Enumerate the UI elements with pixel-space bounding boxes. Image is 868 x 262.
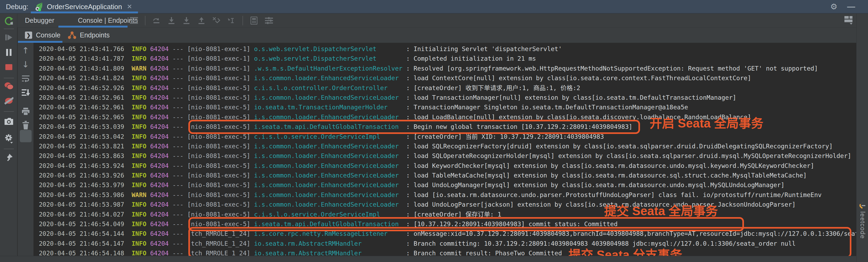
thread-dump-camera-icon[interactable] xyxy=(0,117,18,125)
console-gutter-toolbar: ↑ ↓ xyxy=(18,43,33,256)
pin-tab-icon[interactable] xyxy=(0,153,18,162)
log-line: 2020-04-05 21:46:52.961 INFO 64204 --- [… xyxy=(39,93,856,102)
active-subtab-underline xyxy=(18,41,62,43)
up-stack-trace-icon[interactable]: ↑ xyxy=(18,46,33,55)
debugger-left-toolbar xyxy=(0,14,18,262)
log-line: 2020-04-05 21:46:53.986 WARN 64204 --- [… xyxy=(39,190,856,200)
log-line: 2020-04-05 21:46:53.042 INFO 64204 --- [… xyxy=(39,132,856,142)
bottom-status-strip xyxy=(0,256,856,262)
tab-console[interactable]: ❯ Console xyxy=(25,28,61,43)
rerun-button[interactable] xyxy=(0,16,18,26)
leetcode-tab-label: leetcode xyxy=(859,212,866,239)
hide-window-icon[interactable]: — xyxy=(847,2,855,11)
spring-boot-icon xyxy=(35,2,44,11)
print-icon[interactable] xyxy=(18,108,33,115)
scroll-to-end-icon[interactable] xyxy=(18,89,33,97)
layout-settings-icon[interactable] xyxy=(130,16,138,25)
log-lines: 2020-04-05 21:43:41.766 INFO 64204 --- [… xyxy=(39,44,856,256)
step-out-icon[interactable] xyxy=(197,16,206,25)
toolbar-separator xyxy=(243,16,243,26)
leetcode-icon xyxy=(859,201,866,209)
log-line: 2020-04-05 21:46:53.863 INFO 64204 --- [… xyxy=(39,151,856,161)
log-line: 2020-04-05 21:46:54.147 INFO 64204 --- [… xyxy=(39,239,856,248)
settings-gear-icon[interactable]: ⚙ xyxy=(830,2,837,12)
log-line: 2020-04-05 21:46:54.148 INFO 64204 --- [… xyxy=(39,248,856,256)
log-line: 2020-04-05 21:43:41.787 INFO 64204 --- [… xyxy=(39,54,856,63)
drop-frame-icon[interactable] xyxy=(212,16,220,25)
log-line: 2020-04-05 21:43:41.824 INFO 64204 --- [… xyxy=(39,73,856,83)
toolbar-separator xyxy=(145,16,146,26)
force-step-into-icon[interactable] xyxy=(182,16,190,25)
debug-tool-window: Debug: OrderServiceApplication ✕ ⚙ — Deb… xyxy=(0,0,868,262)
log-line: 2020-04-05 21:46:52.961 INFO 64204 --- [… xyxy=(39,102,856,112)
log-line: 2020-04-05 21:46:53.039 INFO 64204 --- [… xyxy=(39,122,856,132)
log-line: 2020-04-05 21:46:53.926 INFO 64204 --- [… xyxy=(39,171,856,180)
stop-button[interactable] xyxy=(0,63,18,71)
view-breakpoints-icon[interactable] xyxy=(0,81,18,90)
step-into-icon[interactable] xyxy=(167,16,176,25)
debugger-settings-gear-icon[interactable] xyxy=(0,134,18,144)
leetcode-tool-tab[interactable]: leetcode xyxy=(857,201,868,239)
debug-header: Debug: OrderServiceApplication ✕ ⚙ — xyxy=(0,0,868,13)
resume-button[interactable] xyxy=(0,33,18,41)
run-to-cursor-icon[interactable] xyxy=(227,16,236,25)
restore-layout-icon[interactable] xyxy=(844,15,853,25)
toolbar-separator xyxy=(4,29,14,29)
log-line: 2020-04-05 21:46:54.049 INFO 64204 --- [… xyxy=(39,219,856,229)
clear-console-trash-icon[interactable] xyxy=(18,121,33,129)
log-line: 2020-04-05 21:43:41.766 INFO 64204 --- [… xyxy=(39,44,856,54)
log-line: 2020-04-05 21:43:41.809 WARN 64204 --- [… xyxy=(39,64,856,73)
debug-toolbar: Debugger Console | Endpoints xyxy=(0,13,868,28)
right-tool-strip: leetcode xyxy=(856,14,868,262)
view-options-icon[interactable] xyxy=(265,16,273,25)
soft-wrap-icon[interactable] xyxy=(18,75,33,82)
run-tab-title: OrderServiceApplication xyxy=(47,3,122,11)
down-stack-trace-icon[interactable]: ↓ xyxy=(18,60,33,69)
debug-mode-label: Debug: xyxy=(6,3,28,11)
tab-endpoints-label: Endpoints xyxy=(80,31,110,39)
step-over-icon[interactable] xyxy=(152,16,160,25)
pause-button[interactable] xyxy=(0,49,18,56)
endpoints-icon xyxy=(68,31,76,39)
selected-action-highlight xyxy=(20,130,32,142)
log-line: 2020-04-05 21:46:53.979 INFO 64204 --- [… xyxy=(39,180,856,190)
log-line: 2020-04-05 21:46:53.924 INFO 64204 --- [… xyxy=(39,161,856,171)
toolbar-separator xyxy=(4,149,14,149)
log-line: 2020-04-05 21:46:53.821 INFO 64204 --- [… xyxy=(39,142,856,151)
log-line: 2020-04-05 21:46:54.027 INFO 64204 --- [… xyxy=(39,210,856,219)
console-subtab-bar: ❯ Console Endpoints xyxy=(18,28,856,43)
tab-endpoints[interactable]: Endpoints xyxy=(68,28,110,43)
tab-debugger[interactable]: Debugger xyxy=(25,16,62,24)
evaluate-expression-icon[interactable] xyxy=(250,16,258,25)
log-line: 2020-04-05 21:46:53.987 INFO 64204 --- [… xyxy=(39,200,856,209)
active-toolbar-tab-underline xyxy=(58,26,127,28)
close-tab-icon[interactable]: ✕ xyxy=(127,3,132,10)
tab-console-label: Console xyxy=(36,31,61,39)
log-line: 2020-04-05 21:46:52.965 INFO 64204 --- [… xyxy=(39,112,856,122)
mute-breakpoints-icon[interactable] xyxy=(0,97,18,105)
log-line: 2020-04-05 21:46:52.926 INFO 64204 --- [… xyxy=(39,83,856,93)
toolbar-separator xyxy=(4,78,14,78)
console-output[interactable]: 2020-04-05 21:43:41.766 INFO 64204 --- [… xyxy=(33,43,856,256)
active-tab-underline xyxy=(31,11,138,13)
console-icon: ❯ xyxy=(25,32,32,39)
toolbar-separator xyxy=(4,111,14,112)
log-line: 2020-04-05 21:46:54.144 INFO 64204 --- [… xyxy=(39,229,856,238)
